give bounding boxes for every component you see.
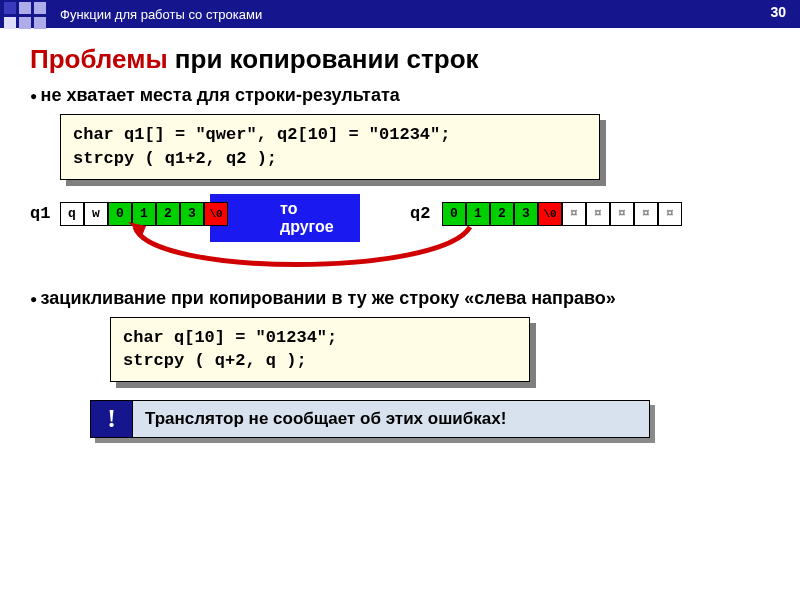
memory-cell: ¤	[610, 202, 634, 226]
slide-header: Функции для работы со строками 30	[0, 0, 800, 28]
code-block-2: char q[10] = "01234"; strcpy ( q+2, q );	[110, 317, 530, 383]
memory-cell: ¤	[562, 202, 586, 226]
slide-title: Проблемы при копировании строк	[30, 44, 770, 75]
page-number: 30	[770, 4, 786, 20]
q1-label: q1	[30, 204, 50, 223]
q2-label: q2	[410, 204, 430, 223]
code-text-1: char q1[] = "qwer", q2[10] = "01234"; st…	[60, 114, 600, 180]
bullet-2: зацикливание при копировании в ту же стр…	[30, 288, 670, 309]
memory-cell: w	[84, 202, 108, 226]
warning-note: ! Транслятор не сообщает об этих ошибках…	[90, 400, 650, 438]
code-block-1: char q1[] = "qwer", q2[10] = "01234"; st…	[60, 114, 600, 180]
header-title: Функции для работы со строками	[60, 7, 262, 22]
memory-cell: ¤	[634, 202, 658, 226]
header-decoration	[0, 0, 54, 28]
memory-cell: \0	[538, 202, 562, 226]
code-text-2: char q[10] = "01234"; strcpy ( q+2, q );	[110, 317, 530, 383]
title-red: Проблемы	[30, 44, 168, 74]
memory-cell: ¤	[658, 202, 682, 226]
warning-icon: !	[91, 401, 133, 437]
copy-arrow-arc	[120, 222, 540, 282]
title-black: при копировании строк	[168, 44, 479, 74]
bullet-1: не хватает места для строки-результата	[30, 85, 770, 106]
memory-cell: ¤	[586, 202, 610, 226]
memory-cell: q	[60, 202, 84, 226]
warning-text: Транслятор не сообщает об этих ошибках!	[133, 401, 649, 437]
memory-diagram: то другое q1 qw0123\0 q2 0123\0¤¤¤¤¤	[30, 194, 770, 284]
